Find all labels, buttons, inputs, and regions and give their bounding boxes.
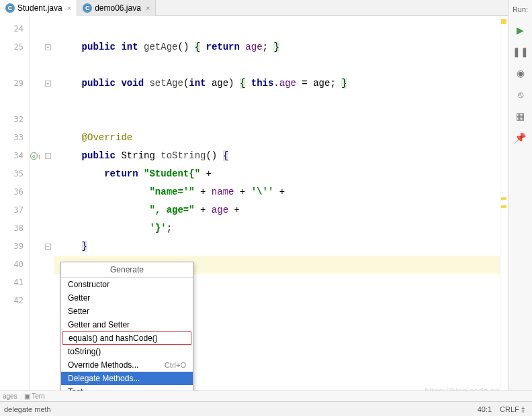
fold-gutter: + + − −	[42, 16, 54, 392]
method-gutter: o↑	[30, 16, 42, 392]
exit-icon[interactable]: ⎋	[515, 89, 527, 101]
editor-tabs: C Student.java × C demo06.java ×	[0, 0, 532, 16]
warning-marker[interactable]	[501, 19, 506, 24]
camera-icon[interactable]: ◉	[515, 67, 527, 79]
menu-constructor[interactable]: Constructor	[61, 278, 193, 291]
status-text: delegate meth	[4, 405, 51, 413]
tab-label: Student.java	[17, 3, 62, 13]
tool-tab-terminal[interactable]: ▣ Tern	[24, 393, 45, 400]
menu-setter[interactable]: Setter	[61, 305, 193, 318]
menu-tostring[interactable]: toString()	[61, 345, 193, 358]
arrow-up-icon: ↑	[38, 152, 42, 160]
warning-marker[interactable]	[501, 197, 506, 200]
override-icon[interactable]: o	[30, 152, 38, 160]
fold-collapse-icon[interactable]: −	[45, 244, 51, 250]
right-toolbar: Run: ▶ ❚❚ ◉ ⎋ ▦ 📌	[508, 0, 532, 416]
fold-expand-icon[interactable]: +	[45, 81, 51, 87]
line-separator[interactable]: CRLF ‡	[500, 405, 525, 413]
line-gutter: 24 25 29 32 33 34 35 36 37 38 39 40 41 4…	[0, 16, 30, 392]
status-bar: delegate meth 40:1 CRLF ‡	[0, 401, 532, 416]
warning-marker[interactable]	[501, 205, 506, 208]
close-icon[interactable]: ×	[146, 4, 150, 12]
menu-equals-hashcode[interactable]: equals() and hashCode()	[62, 331, 191, 345]
run-icon[interactable]: ▶	[515, 24, 527, 36]
tab-student[interactable]: C Student.java ×	[0, 0, 77, 16]
close-icon[interactable]: ×	[67, 4, 71, 12]
menu-delegate[interactable]: Delegate Methods...	[61, 372, 193, 385]
tool-tab[interactable]: ages	[3, 393, 17, 400]
run-label: Run:	[510, 4, 531, 15]
java-class-icon: C	[5, 3, 15, 13]
menu-getter-setter[interactable]: Getter and Setter	[61, 318, 193, 331]
tab-label: demo06.java	[95, 3, 141, 13]
menu-getter[interactable]: Getter	[61, 291, 193, 305]
fold-collapse-icon[interactable]: −	[45, 153, 51, 159]
java-class-icon: C	[83, 3, 92, 13]
fold-expand-icon[interactable]: +	[45, 44, 51, 50]
cursor-position[interactable]: 40:1	[478, 405, 492, 413]
menu-override[interactable]: Override Methods...Ctrl+O	[61, 358, 193, 372]
menu-title: Generate	[61, 262, 193, 278]
layout-icon[interactable]: ▦	[515, 110, 527, 122]
pin-icon[interactable]: 📌	[515, 132, 527, 144]
status-tabs: ages ▣ Tern	[0, 391, 532, 401]
pause-icon[interactable]: ❚❚	[515, 46, 527, 58]
error-stripe[interactable]	[500, 16, 508, 392]
tab-demo06[interactable]: C demo06.java ×	[77, 0, 156, 16]
